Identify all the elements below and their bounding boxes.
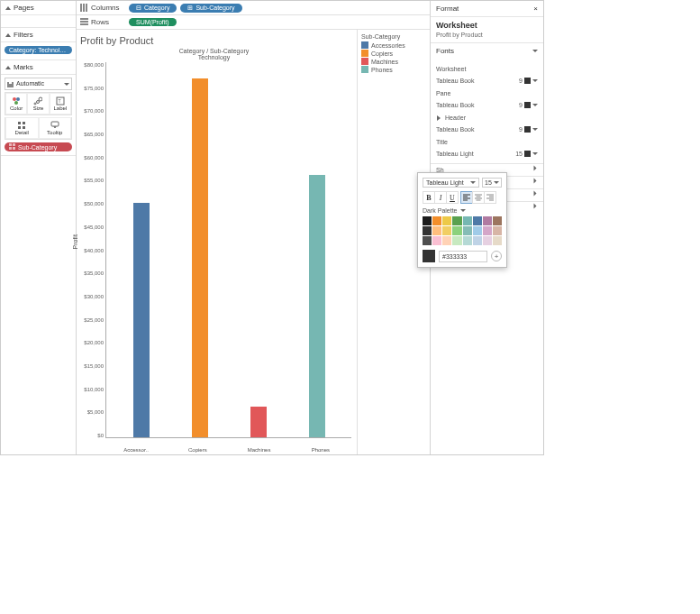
mark-detail[interactable]: Detail (5, 117, 39, 139)
fonts-section-header[interactable]: Fonts (431, 42, 543, 59)
palette-label[interactable]: Dark Palette (423, 207, 502, 214)
bar-accessories[interactable] (133, 203, 150, 437)
svg-point-3 (34, 103, 36, 105)
y-tick: $60,000 (84, 155, 104, 160)
add-color-button[interactable]: + (491, 251, 502, 261)
row-pill-profit[interactable]: SUM(Profit) (129, 18, 177, 26)
palette-color[interactable] (432, 236, 441, 245)
palette-color[interactable] (432, 226, 441, 235)
palette-color[interactable] (473, 216, 482, 225)
svg-point-4 (37, 101, 40, 104)
title-font-dropdown[interactable]: Tableau Light15 (436, 147, 538, 160)
close-icon[interactable]: × (533, 5, 538, 13)
mark-color[interactable]: Color (5, 93, 27, 115)
palette-color[interactable] (452, 226, 461, 235)
popup-font-dropdown[interactable]: Tableau Light (423, 178, 479, 188)
palette-color[interactable] (452, 216, 461, 225)
x-tick: Machines (246, 447, 273, 453)
fonts-worksheet-label: Worksheet (436, 66, 538, 72)
italic-button[interactable]: I (434, 191, 447, 204)
y-tick: $35,000 (84, 270, 104, 276)
y-tick: $50,000 (84, 201, 104, 206)
y-axis: Profit $80,000$75,000$70,000$65,000$60,0… (77, 62, 105, 447)
chevron-right-icon (437, 115, 441, 121)
svg-rect-13 (9, 143, 12, 146)
palette-color[interactable] (493, 236, 502, 245)
palette-color[interactable] (473, 226, 482, 235)
svg-point-5 (39, 97, 42, 101)
palette-color[interactable] (423, 236, 432, 245)
x-tick: Copiers (184, 447, 211, 453)
svg-rect-20 (80, 18, 88, 20)
col-pill-category[interactable]: ⊟Category (129, 4, 177, 13)
font-format-popup: Tableau Light 15 B I U Dark Palette #333… (417, 172, 507, 268)
palette-color[interactable] (483, 226, 492, 235)
legend-label: Copiers (371, 50, 393, 57)
legend-item[interactable]: Accessories (361, 41, 426, 49)
svg-point-2 (14, 101, 18, 105)
chart-plot-area[interactable] (105, 62, 351, 438)
palette-color[interactable] (493, 226, 502, 235)
svg-rect-8 (18, 122, 21, 124)
svg-rect-12 (51, 122, 59, 126)
y-tick: $0 (97, 433, 104, 438)
bar-copiers[interactable] (192, 78, 208, 437)
palette-color[interactable] (463, 236, 472, 245)
svg-rect-21 (80, 21, 88, 23)
popup-size-dropdown[interactable]: 15 (482, 178, 502, 188)
palette-color[interactable] (463, 216, 472, 225)
viz-subtitle: Category / Sub-Category (77, 48, 351, 54)
palette-color[interactable] (493, 216, 502, 225)
viz-title[interactable]: Profit by Product (77, 33, 351, 48)
palette-color[interactable] (483, 236, 492, 245)
palette-color[interactable] (442, 216, 451, 225)
marks-pill-subcategory[interactable]: Sub-Category (5, 142, 72, 151)
mark-size[interactable]: Size (27, 93, 49, 115)
legend-label: Accessories (371, 42, 405, 49)
palette-color[interactable] (442, 226, 451, 235)
palette-color[interactable] (483, 216, 492, 225)
palette-color[interactable] (463, 226, 472, 235)
legend-item[interactable]: Machines (361, 58, 426, 65)
legend-item[interactable]: Copiers (361, 50, 426, 57)
palette-color[interactable] (442, 236, 451, 245)
y-tick: $80,000 (84, 62, 104, 68)
palette-color[interactable] (423, 226, 432, 235)
pages-panel-header[interactable]: Pages (1, 1, 76, 15)
marks-panel-header[interactable]: Marks (1, 60, 76, 75)
filter-pill-category[interactable]: Category: Technology (5, 46, 72, 54)
bold-button[interactable]: B (423, 191, 435, 204)
header-font-dropdown[interactable]: Tableau Book9 (436, 123, 538, 135)
pane-font-dropdown[interactable]: Tableau Book9 (436, 98, 538, 111)
hex-input[interactable]: #333333 (439, 251, 487, 262)
svg-rect-22 (80, 23, 88, 25)
align-right-button[interactable] (484, 191, 496, 204)
y-tick: $55,000 (84, 178, 104, 183)
svg-rect-14 (13, 143, 15, 146)
legend-title: Sub-Category (361, 33, 426, 40)
palette-color[interactable] (423, 216, 432, 225)
palette-color[interactable] (432, 216, 441, 225)
legend-swatch (361, 41, 368, 49)
worksheet-font-dropdown[interactable]: Tableau Book9 (436, 74, 538, 87)
align-center-button[interactable] (472, 191, 485, 204)
mark-label[interactable]: TLabel (50, 93, 71, 115)
legend-item[interactable]: Phones (361, 66, 426, 73)
palette-color[interactable] (452, 236, 461, 245)
align-left-button[interactable] (460, 191, 473, 204)
mark-type-dropdown[interactable]: Automatic (5, 78, 72, 90)
svg-point-0 (13, 97, 16, 101)
underline-button[interactable]: U (446, 191, 459, 204)
mark-tooltip[interactable]: Tooltip (39, 117, 72, 139)
y-tick: $45,000 (84, 225, 104, 230)
bar-machines[interactable] (250, 407, 267, 437)
y-tick: $75,000 (84, 86, 104, 91)
filters-panel-header[interactable]: Filters (1, 28, 76, 42)
svg-text:T: T (58, 98, 60, 104)
fonts-header-label[interactable]: Header (436, 115, 538, 121)
x-axis: Accessor..CopiersMachinesPhones (77, 447, 351, 454)
expand-icon: ⊞ (187, 5, 193, 12)
col-pill-subcategory[interactable]: ⊞Sub-Category (180, 4, 241, 13)
bar-phones[interactable] (309, 175, 325, 437)
palette-color[interactable] (473, 236, 482, 245)
